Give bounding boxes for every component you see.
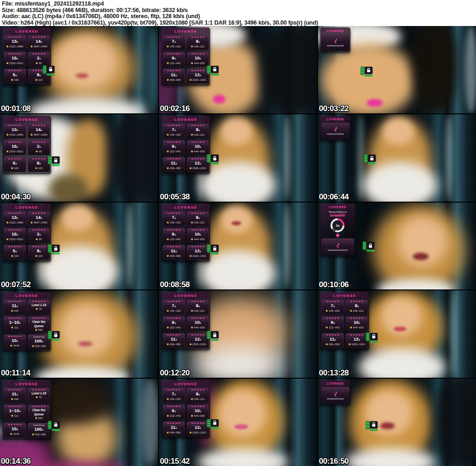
video-thumbnail[interactable]: LOVENSE7s145~1658s166~2219s222~44310s444… [159, 203, 317, 290]
tile-price: 444~665 [187, 238, 209, 241]
tile-price: 2500~5001 [4, 150, 26, 153]
video-thumbnail[interactable]: LOVENSE 00:16:50 [318, 379, 476, 466]
tile-duration: Level 1-15 [28, 303, 50, 307]
video-thumbnail[interactable]: LOVENSE7s145~1658s166~2219s222~44310s444… [159, 114, 317, 202]
video-thumbnail[interactable]: LOVENSE7s145~1658s166~2219s222~44310s444… [159, 290, 317, 378]
video-thumbnail[interactable]: LOVENSE7s145~1658s166~2219s222~44310s444… [159, 379, 317, 466]
tile-price: 666~999 [163, 167, 185, 170]
tip-menu-tile: 11s666~999 [322, 333, 344, 348]
tile-price: 222~443 [163, 326, 185, 329]
tile-pattern-icon [8, 246, 21, 247]
tip-menu-tile: 14s1887~2499 [28, 211, 50, 226]
video-thumbnail[interactable]: LOVENSE 00:06:44 [318, 114, 476, 202]
tile-pattern-icon [326, 301, 339, 302]
video-thumbnail[interactable]: LOVENSE11s444Level 1-15761~10s111Clear t… [0, 290, 158, 378]
tile-duration: 8s [187, 391, 209, 397]
timestamp-label: 00:15:42 [160, 457, 190, 466]
tile-duration: 2s [28, 55, 50, 61]
tile-price: 166~221 [187, 45, 209, 48]
tile-pattern-icon [33, 53, 45, 54]
battery-icon [48, 157, 51, 164]
tip-menu-tile: 10s444~665 [187, 228, 209, 243]
tile-price: 4444 [4, 433, 26, 435]
tile-price: 666~999 [322, 343, 344, 346]
tip-menu-tile: 2s99 [28, 228, 50, 243]
tile-price: 166~221 [346, 309, 368, 312]
token-icon [10, 433, 12, 435]
tile-duration: 8s [28, 248, 50, 254]
tile-pattern-icon [192, 246, 204, 247]
tile-price: 223 [28, 255, 50, 257]
toy-name-label [327, 133, 344, 135]
lock-icon [368, 155, 376, 162]
tile-price: 999 [28, 328, 50, 331]
lock-icon [365, 66, 373, 74]
tile-duration: 5s [4, 72, 26, 78]
scene-color-blob [219, 390, 266, 438]
tile-duration: 11s [163, 248, 185, 254]
lovense-tip-menu-panel: LOVENSE7s145~1658s166~2219s222~44310s444… [161, 116, 210, 174]
tile-price: 169 [4, 79, 26, 81]
video-thumbnail[interactable]: LOVENSE7s145~1658s166~2219s222~44310s444… [318, 290, 476, 378]
video-thumbnail[interactable]: LOVENSE13s1002~188614s1887~249915s2500~5… [0, 26, 158, 113]
lock-icon [211, 66, 218, 73]
battery-icon [207, 245, 210, 253]
lovense-tip-menu-panel: LOVENSE7s145~1658s166~2219s222~44310s444… [320, 292, 369, 350]
lock-icon [211, 245, 218, 252]
token-icon [35, 329, 37, 331]
token-icon [167, 151, 169, 152]
token-icon [190, 79, 192, 81]
lovense-tip-menu-panel: LOVENSE13s1002~188614s1887~249915s2500~5… [2, 116, 51, 174]
token-icon [36, 238, 38, 240]
audio-info-line: Audio: aac (LC) (mp4a / 0x6134706D), 480… [2, 13, 476, 20]
scene-color-blob [60, 304, 114, 358]
lock-icon [366, 242, 374, 249]
toy-icon [333, 127, 337, 132]
battery-label-strip [47, 73, 55, 75]
tip-menu-tile: 5s169 [4, 245, 26, 260]
tile-duration: 9s [163, 408, 185, 414]
lovense-tip-menu-panel: LOVENSE7s145~1658s166~2219s222~44310s444… [161, 292, 210, 350]
timestamp-label: 00:06:44 [319, 192, 349, 202]
tip-menu-tile: 10s4444 [4, 423, 26, 438]
tile-duration: 2s [28, 144, 50, 150]
token-icon [35, 255, 37, 257]
tile-price: 666~999 [163, 255, 185, 257]
tile-pattern-icon [33, 318, 45, 319]
scene-color-blob [435, 379, 476, 466]
video-thumbnail[interactable]: LOVENSE7s145~1658s166~2219s222~44310s444… [159, 26, 317, 113]
tile-price: 111 [4, 414, 26, 417]
tile-duration: 11s [163, 160, 185, 166]
tip-menu-tile: 15s2500~5001 [4, 140, 26, 155]
token-icon [167, 432, 169, 433]
tip-menu-tile: 11s666~999 [163, 333, 185, 348]
video-thumbnail[interactable]: LOVENSE11s444Level 1-15761~10s111Clear t… [0, 379, 158, 466]
video-thumbnail[interactable]: LOVENSE13s1002~188614s1887~249915s2500~5… [0, 203, 158, 290]
tip-menu-tiles: 7s145~1658s166~2219s222~44310s444~66511s… [163, 300, 209, 348]
progress-ring-value: 1s [332, 220, 343, 230]
tile-price: 222~443 [163, 150, 185, 153]
battery-label-strip [366, 250, 374, 252]
token-icon [31, 222, 33, 223]
token-icon [11, 327, 13, 328]
video-thumbnail[interactable]: LOVENSEResponding toSimba05671s 00:10:06 [318, 203, 476, 290]
tile-pattern-icon [192, 213, 204, 214]
token-icon [191, 327, 193, 328]
timestamp-label: 00:14:36 [1, 457, 31, 466]
scene-color-blob [141, 379, 158, 466]
tile-duration: 9s [163, 320, 185, 326]
tile-duration: 10s [187, 408, 209, 414]
tip-menu-tile: 9s222~443 [163, 316, 185, 331]
size-info-line: Size: 488613526 bytes (466 MiB), duratio… [2, 7, 476, 14]
tile-price: 223 [28, 79, 50, 81]
battery-label-strip [370, 429, 377, 431]
tile-pattern-icon [8, 213, 21, 214]
tip-menu-tile: 8s223 [28, 157, 50, 172]
video-thumbnail[interactable]: LOVENSE 00:03:22 [318, 26, 476, 113]
tip-menu-tile: 1~10s111 [4, 405, 26, 421]
video-thumbnail[interactable]: LOVENSE13s1002~188614s1887~249915s2500~5… [0, 114, 158, 202]
lovense-tip-menu-panel: LOVENSE11s444Level 1-15761~10s111Clear t… [2, 380, 51, 440]
tile-duration: 7s [322, 303, 344, 309]
lock-icon [211, 155, 218, 162]
tile-pattern-icon [8, 230, 21, 230]
